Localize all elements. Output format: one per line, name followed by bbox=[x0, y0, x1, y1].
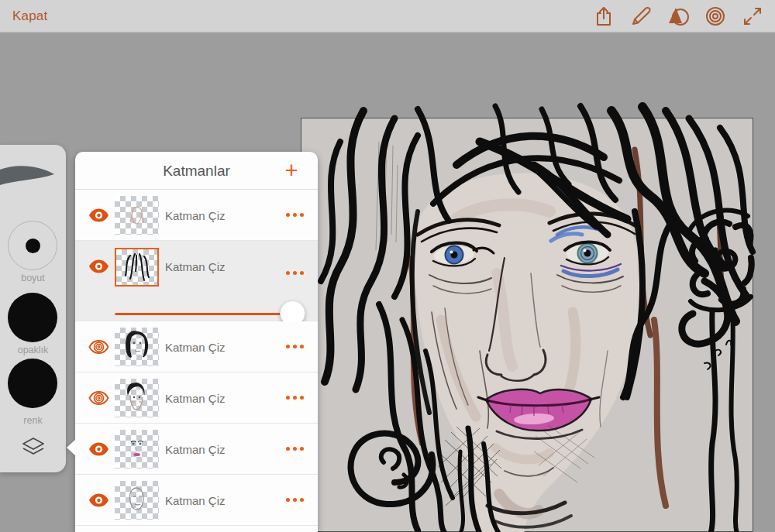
fullscreen-icon[interactable] bbox=[739, 3, 766, 29]
share-icon[interactable] bbox=[591, 3, 617, 29]
layer-row[interactable]: Katman Çiz bbox=[75, 424, 318, 475]
layer-visibility-eye-icon[interactable] bbox=[88, 259, 109, 274]
brush-opacity-control[interactable] bbox=[8, 293, 57, 342]
layers-icon[interactable] bbox=[21, 436, 46, 459]
layer-visibility-eye-icon[interactable] bbox=[88, 493, 109, 508]
layer-menu-icon[interactable] bbox=[286, 396, 304, 400]
layer-thumbnail[interactable] bbox=[115, 328, 159, 366]
size-label: boyut bbox=[0, 273, 66, 283]
layer-row[interactable]: Katman Çiz bbox=[75, 372, 318, 424]
opacity-label: opaklık bbox=[0, 345, 66, 355]
layers-panel: Katmanlar + Katman Çiz bbox=[75, 152, 318, 532]
layer-name: Katman Çiz bbox=[165, 475, 226, 526]
layer-opacity-slider[interactable] bbox=[115, 306, 302, 321]
layer-menu-icon[interactable] bbox=[286, 345, 304, 348]
layer-menu-icon[interactable] bbox=[286, 213, 304, 217]
layer-row[interactable]: Katman Çiz bbox=[75, 475, 318, 526]
layer-name: Katman Çiz bbox=[165, 372, 226, 424]
layer-visibility-eye-icon[interactable] bbox=[88, 208, 109, 223]
close-button[interactable]: Kapat bbox=[12, 0, 47, 32]
app-window: Kapat bbox=[0, 0, 775, 532]
layer-menu-icon[interactable] bbox=[286, 271, 304, 275]
pencil-icon[interactable] bbox=[628, 3, 654, 29]
opacity-slider-track[interactable] bbox=[115, 313, 302, 315]
layer-name: Katman Çiz bbox=[165, 241, 226, 292]
toolbar-actions bbox=[591, 0, 766, 32]
drawing-canvas[interactable] bbox=[301, 118, 753, 532]
tool-sidebar: boyut opaklık renk bbox=[0, 145, 66, 472]
layer-name: Katman Çiz bbox=[165, 321, 226, 372]
artwork-portrait bbox=[301, 118, 755, 532]
brush-size-dot bbox=[26, 239, 40, 253]
layers-panel-header: Katmanlar + bbox=[75, 152, 318, 190]
shape-transform-icon[interactable] bbox=[665, 3, 691, 29]
layer-thumbnail[interactable] bbox=[115, 379, 159, 417]
layer-row[interactable]: Katman Çiz bbox=[75, 321, 318, 372]
layer-row-selected[interactable]: Katman Çiz bbox=[75, 241, 318, 321]
layer-thumbnail[interactable] bbox=[115, 196, 159, 235]
layer-name: Katman Çiz bbox=[165, 424, 226, 475]
brush-rings-icon[interactable] bbox=[702, 3, 728, 29]
layer-visibility-eye-outline-icon[interactable] bbox=[88, 339, 109, 355]
layer-row[interactable]: Katman Çiz bbox=[75, 190, 318, 241]
layer-visibility-eye-icon[interactable] bbox=[88, 441, 109, 457]
layer-visibility-eye-outline-icon[interactable] bbox=[88, 390, 109, 406]
brush-size-control[interactable] bbox=[8, 221, 57, 270]
brush-tip-preview[interactable] bbox=[0, 162, 56, 190]
layer-name: Katman Çiz bbox=[165, 190, 226, 241]
add-layer-button[interactable]: + bbox=[279, 158, 304, 183]
color-label: renk bbox=[0, 415, 66, 426]
layer-thumbnail[interactable] bbox=[115, 248, 159, 287]
layer-thumbnail[interactable] bbox=[115, 430, 159, 469]
layer-menu-icon[interactable] bbox=[286, 447, 304, 451]
layer-thumbnail[interactable] bbox=[115, 481, 159, 520]
panel-pointer-arrow bbox=[67, 439, 76, 456]
layers-panel-partial-row bbox=[75, 526, 318, 532]
layer-menu-icon[interactable] bbox=[286, 498, 304, 502]
brush-color-control[interactable] bbox=[8, 359, 57, 408]
top-toolbar: Kapat bbox=[0, 0, 775, 33]
